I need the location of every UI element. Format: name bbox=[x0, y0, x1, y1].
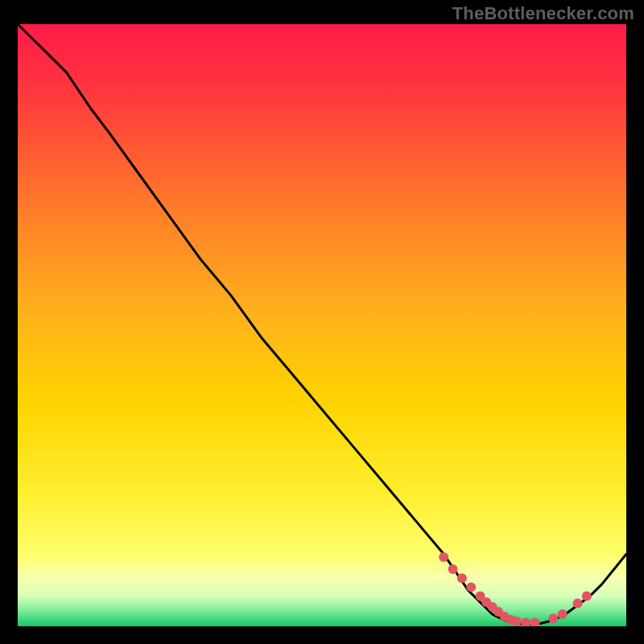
marker-dot bbox=[448, 564, 458, 574]
marker-dot bbox=[439, 552, 448, 562]
marker-dot bbox=[573, 599, 583, 609]
marker-dot bbox=[512, 617, 522, 626]
watermark-text: TheBottlenecker.com bbox=[452, 3, 634, 24]
plot-area bbox=[18, 24, 626, 626]
chart-frame: TheBottlenecker.com bbox=[0, 0, 644, 644]
gradient-background bbox=[18, 24, 626, 626]
marker-dot bbox=[457, 573, 467, 583]
marker-dot bbox=[548, 613, 558, 623]
marker-dot bbox=[582, 592, 592, 601]
marker-dot bbox=[558, 609, 568, 619]
marker-dot bbox=[466, 582, 476, 592]
chart-svg bbox=[18, 24, 626, 626]
